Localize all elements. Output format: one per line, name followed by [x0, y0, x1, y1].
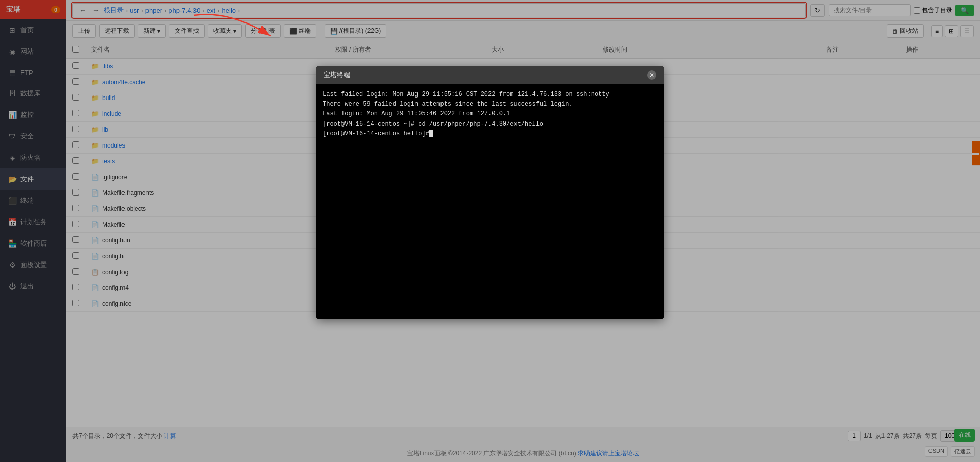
modal-header: 宝塔终端 ✕: [316, 66, 664, 84]
terminal-line: Last failed login: Mon Aug 29 11:55:16 C…: [323, 90, 657, 100]
terminal-line: There were 59 failed login attempts sinc…: [323, 100, 657, 109]
terminal-modal: 宝塔终端 ✕ Last failed login: Mon Aug 29 11:…: [316, 66, 664, 319]
terminal-line: [root@VM-16-14-centos ~]# cd /usr/phper/…: [323, 119, 657, 129]
terminal-body[interactable]: Last failed login: Mon Aug 29 11:55:16 C…: [316, 84, 664, 319]
terminal-modal-overlay[interactable]: 宝塔终端 ✕ Last failed login: Mon Aug 29 11:…: [0, 0, 980, 462]
modal-title: 宝塔终端: [324, 70, 350, 80]
terminal-line: [root@VM-16-14-centos hello]#: [323, 129, 657, 139]
terminal-cursor: [429, 130, 433, 137]
arrow-annotation: [189, 10, 291, 41]
modal-close-button[interactable]: ✕: [647, 70, 656, 80]
terminal-line: Last login: Mon Aug 29 11:05:46 2022 fro…: [323, 109, 657, 119]
